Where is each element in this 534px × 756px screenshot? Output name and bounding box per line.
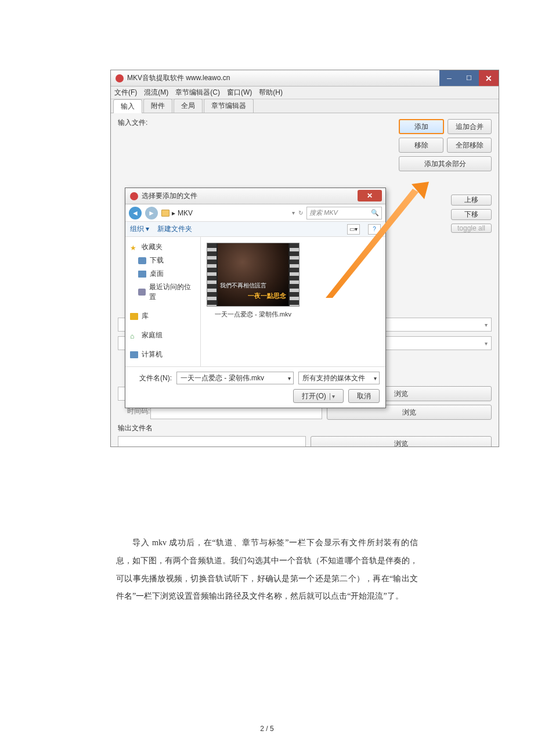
menu-chapters[interactable]: 章节编辑器(C) bbox=[175, 88, 220, 98]
dialog-bottom: 文件名(N): 一天一点爱恋 - 梁朝伟.mkv 所有支持的媒体文件 打开(O)… bbox=[125, 366, 385, 408]
remove-button[interactable]: 移除 bbox=[399, 138, 443, 153]
maximize-button[interactable]: ☐ bbox=[459, 70, 479, 86]
add-button[interactable]: 添加 bbox=[399, 119, 444, 134]
article-paragraph: 导入 mkv 成功后，在“轨道、章节与标签”一栏下会显示有文件所封装有的信息，如… bbox=[116, 534, 418, 606]
menu-file[interactable]: 文件(F) bbox=[114, 88, 137, 98]
organize-menu[interactable]: 组织 ▾ bbox=[130, 224, 149, 234]
folder-icon bbox=[161, 210, 169, 217]
dialog-icon bbox=[130, 192, 138, 200]
menu-window[interactable]: 窗口(W) bbox=[227, 88, 252, 98]
new-folder-button[interactable]: 新建文件夹 bbox=[157, 224, 192, 234]
dialog-toolbar: 组织 ▾ 新建文件夹 ▭▾ ? bbox=[125, 222, 385, 237]
dialog-sidebar: ★收藏夹 下载 桌面 最近访问的位置 库 ⌂家庭组 计算机 bbox=[125, 237, 201, 366]
sidebar-libraries[interactable]: 库 bbox=[130, 309, 196, 323]
dialog-open-button[interactable]: 打开(O) bbox=[293, 389, 344, 403]
window-title: MKV音轨提取软件 www.leawo.cn bbox=[127, 73, 230, 83]
svg-marker-1 bbox=[412, 182, 429, 199]
page-number: 2 / 5 bbox=[0, 725, 534, 733]
tab-input[interactable]: 输入 bbox=[113, 99, 142, 113]
menu-help[interactable]: 帮助(H) bbox=[259, 88, 283, 98]
video-thumbnail-frame: 我們不再相信謊言 一夜一點思念 bbox=[207, 243, 300, 307]
filename-label: 文件名(N): bbox=[131, 373, 172, 383]
screenshot-container: MKV音轨提取软件 www.leawo.cn ─ ☐ ✕ 文件(F) 混流(M)… bbox=[110, 70, 499, 447]
filetype-filter[interactable]: 所有支持的媒体文件 bbox=[298, 372, 380, 384]
refresh-icon[interactable]: ↻ bbox=[298, 210, 303, 216]
side-button-column: 添加 追加合并 移除 全部移除 添加其余部分 bbox=[399, 119, 492, 171]
browse-output-button[interactable]: 浏览 bbox=[311, 436, 492, 447]
file-thumbnail[interactable]: 我們不再相信謊言 一夜一點思念 一天一点爱恋 - 梁朝伟.mkv bbox=[207, 243, 300, 319]
nav-back-button[interactable]: ◄ bbox=[129, 207, 142, 219]
article-text: 导入 mkv 成功后，在“轨道、章节与标签”一栏下会显示有文件所封装有的信息，如… bbox=[116, 534, 418, 606]
output-filename-label: 输出文件名 bbox=[118, 423, 153, 433]
sidebar-homegroup[interactable]: ⌂家庭组 bbox=[130, 329, 196, 342]
filename-field[interactable]: 一天一点爱恋 - 梁朝伟.mkv bbox=[176, 372, 294, 384]
window-titlebar: MKV音轨提取软件 www.leawo.cn ─ ☐ ✕ bbox=[111, 70, 499, 87]
dialog-titlebar: 选择要添加的文件 ✕ bbox=[125, 188, 385, 204]
close-button[interactable]: ✕ bbox=[479, 70, 499, 86]
tabs: 输入 附件 全局 章节编辑器 bbox=[111, 99, 499, 113]
dialog-close-button[interactable]: ✕ bbox=[358, 190, 382, 201]
thumbnail-subtitle-1: 我們不再相信謊言 bbox=[220, 282, 266, 290]
tab-attachments[interactable]: 附件 bbox=[143, 99, 172, 113]
sidebar-desktop[interactable]: 桌面 bbox=[130, 267, 196, 280]
sidebar-favorites[interactable]: ★收藏夹 bbox=[130, 240, 196, 254]
sidebar-recent[interactable]: 最近访问的位置 bbox=[130, 280, 196, 304]
menu-mux[interactable]: 混流(M) bbox=[144, 88, 168, 98]
toggle-all-button[interactable]: toggle all bbox=[451, 224, 492, 233]
append-button[interactable]: 追加合并 bbox=[448, 119, 492, 134]
remove-all-button[interactable]: 全部移除 bbox=[447, 138, 492, 153]
track-button-column: 上移 下移 toggle all bbox=[451, 195, 492, 233]
dialog-navbar: ◄ ► ▸ MKV ▾ ↻ 搜索 MKV bbox=[125, 204, 385, 222]
dialog-files-area: 我們不再相信謊言 一夜一點思念 一天一点爱恋 - 梁朝伟.mkv bbox=[201, 237, 385, 366]
move-down-button[interactable]: 下移 bbox=[451, 209, 492, 220]
view-mode-button[interactable]: ▭▾ bbox=[347, 224, 360, 235]
help-button[interactable]: ? bbox=[368, 224, 381, 235]
file-open-dialog: 选择要添加的文件 ✕ ◄ ► ▸ MKV ▾ ↻ 搜索 MKV 组织 bbox=[125, 188, 386, 408]
output-filename-input[interactable] bbox=[118, 436, 306, 447]
add-rest-button[interactable]: 添加其余部分 bbox=[399, 156, 492, 171]
breadcrumb-location: MKV bbox=[178, 209, 193, 217]
move-up-button[interactable]: 上移 bbox=[451, 195, 492, 206]
minimize-button[interactable]: ─ bbox=[439, 70, 459, 86]
app-icon bbox=[116, 74, 124, 82]
output-row: 浏览 bbox=[118, 436, 492, 447]
tab-chapter-editor[interactable]: 章节编辑器 bbox=[204, 99, 254, 113]
main-body: 输入文件: 添加 追加合并 移除 全部移除 添加其余部分 上移 下移 toggl… bbox=[111, 113, 499, 447]
dialog-title: 选择要添加的文件 bbox=[142, 191, 197, 201]
file-caption: 一天一点爱恋 - 梁朝伟.mkv bbox=[215, 310, 291, 319]
tab-global[interactable]: 全局 bbox=[174, 99, 203, 113]
dialog-cancel-button[interactable]: 取消 bbox=[348, 389, 380, 403]
sidebar-downloads[interactable]: 下载 bbox=[130, 254, 196, 267]
menubar: 文件(F) 混流(M) 章节编辑器(C) 窗口(W) 帮助(H) bbox=[111, 87, 499, 99]
dialog-search-input[interactable]: 搜索 MKV bbox=[306, 207, 382, 219]
thumbnail-subtitle-2: 一夜一點思念 bbox=[248, 291, 286, 300]
nav-forward-button[interactable]: ► bbox=[145, 207, 158, 219]
sidebar-computer[interactable]: 计算机 bbox=[130, 348, 196, 361]
breadcrumb[interactable]: ▸ MKV bbox=[161, 209, 288, 217]
